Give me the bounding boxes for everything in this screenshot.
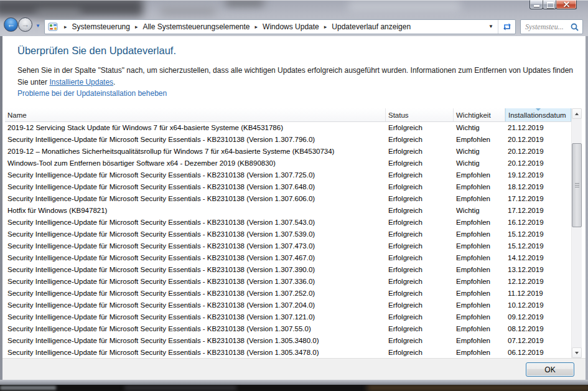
- table-row[interactable]: Security Intelligence-Update für Microso…: [5, 181, 571, 193]
- table-row[interactable]: Hotfix für Windows (KB947821)Erfolgreich…: [5, 205, 571, 217]
- scroll-down-icon: [575, 352, 579, 354]
- table-row[interactable]: Security Intelligence-Update für Microso…: [5, 311, 571, 323]
- cell-wichtigkeit: Wichtig: [454, 205, 505, 217]
- installed-updates-link[interactable]: Installierte Updates: [49, 78, 113, 87]
- close-button[interactable]: [556, 0, 577, 9]
- troubleshoot-link[interactable]: Probleme bei der Updateinstallation behe…: [17, 89, 167, 98]
- table-row[interactable]: Security Intelligence-Update für Microso…: [5, 228, 571, 240]
- scrollbar-thumb[interactable]: [572, 143, 582, 227]
- cell-status: Erfolgreich: [386, 193, 454, 205]
- cell-name: Security Intelligence-Update für Microso…: [5, 228, 386, 240]
- table-row[interactable]: Security Intelligence-Update für Microso…: [5, 240, 571, 252]
- table-row[interactable]: Security Intelligence-Update für Microso…: [5, 335, 571, 347]
- recent-pages-dropdown-icon[interactable]: ▼: [35, 23, 40, 29]
- window-titlebar: ← → ▼ ▸Systemsteuerung▸Alle Systemsteuer…: [0, 0, 588, 36]
- column-header-name[interactable]: Name: [5, 108, 386, 121]
- cell-wichtigkeit: Empfohlen: [454, 335, 505, 347]
- dialog-footer: OK: [2, 358, 586, 380]
- cell-name: Security Intelligence-Update für Microso…: [5, 276, 386, 288]
- column-header-wichtigkeit[interactable]: Wichtigkeit: [454, 108, 505, 121]
- vertical-scrollbar[interactable]: [571, 108, 582, 358]
- table-row[interactable]: Security Intelligence-Update für Microso…: [5, 264, 571, 276]
- cell-status: Erfolgreich: [386, 205, 454, 217]
- cell-wichtigkeit: Empfohlen: [454, 217, 505, 228]
- table-row[interactable]: 2019-12 Servicing Stack Update für Windo…: [5, 122, 571, 134]
- cell-installationsdatum: 08.12.2019: [505, 323, 571, 335]
- cell-wichtigkeit: Wichtig: [454, 146, 505, 158]
- window-border-right: [586, 36, 588, 380]
- table-row[interactable]: 2019-12 – Monatliches Sicherheitsqualitä…: [5, 146, 571, 158]
- table-row[interactable]: Security Intelligence-Update für Microso…: [5, 323, 571, 335]
- intro-text-after: .: [113, 78, 115, 87]
- cell-name: 2019-12 – Monatliches Sicherheitsqualitä…: [5, 146, 386, 158]
- cell-installationsdatum: 15.12.2019: [505, 228, 571, 240]
- cell-installationsdatum: 16.12.2019: [505, 217, 571, 228]
- table-row[interactable]: Security Intelligence-Update für Microso…: [5, 276, 571, 288]
- breadcrumb-separator-icon: ▸: [59, 24, 72, 30]
- ok-button[interactable]: OK: [526, 362, 574, 377]
- table-row[interactable]: Security Intelligence-Update für Microso…: [5, 288, 571, 299]
- refresh-button[interactable]: [498, 20, 515, 34]
- cell-status: Erfolgreich: [386, 146, 454, 158]
- cell-status: Erfolgreich: [386, 122, 454, 134]
- breadcrumb-item[interactable]: Alle Systemsteuerungselemente: [142, 22, 250, 31]
- sort-desc-icon: [536, 108, 541, 111]
- cell-name: Security Intelligence-Update für Microso…: [5, 193, 386, 205]
- address-dropdown-icon[interactable]: ▼: [484, 20, 498, 34]
- content-panel: Überprüfen Sie den Updateverlauf. Sehen …: [2, 36, 586, 380]
- cell-status: Erfolgreich: [386, 311, 454, 323]
- search-input[interactable]: [521, 22, 569, 32]
- cell-wichtigkeit: Wichtig: [454, 158, 505, 169]
- cell-status: Erfolgreich: [386, 323, 454, 335]
- cell-installationsdatum: 17.12.2019: [505, 205, 571, 217]
- cell-name: Security Intelligence-Update für Microso…: [5, 264, 386, 276]
- intro-text: Sehen Sie in der Spalte "Status" nach, u…: [17, 65, 582, 88]
- table-row[interactable]: Security Intelligence-Update für Microso…: [5, 169, 571, 181]
- table-row[interactable]: Security Intelligence-Update für Microso…: [5, 299, 571, 311]
- cell-status: Erfolgreich: [386, 217, 454, 228]
- cell-installationsdatum: 06.12.2019: [505, 347, 571, 358]
- maximize-icon: [547, 2, 554, 8]
- table-row[interactable]: Security Intelligence-Update für Microso…: [5, 193, 571, 205]
- breadcrumb-item[interactable]: Windows Update: [263, 22, 319, 31]
- address-bar[interactable]: ▸Systemsteuerung▸Alle Systemsteuerungsel…: [44, 19, 516, 34]
- cell-name: Security Intelligence-Update für Microso…: [5, 217, 386, 228]
- cell-status: Erfolgreich: [386, 276, 454, 288]
- maximize-button[interactable]: [543, 0, 556, 9]
- cell-name: Security Intelligence-Update für Microso…: [5, 252, 386, 264]
- cell-status: Erfolgreich: [386, 335, 454, 347]
- navigation-bar: ← → ▼ ▸Systemsteuerung▸Alle Systemsteuer…: [0, 19, 588, 35]
- column-header-installationsdatum[interactable]: Installationsdatum: [505, 108, 571, 121]
- scroll-down-button[interactable]: [572, 347, 582, 358]
- cell-name: Security Intelligence-Update für Microso…: [5, 347, 386, 358]
- cell-installationsdatum: 09.12.2019: [505, 311, 571, 323]
- update-history-list: Name Status Wichtigkeit Installationsdat…: [5, 108, 582, 358]
- search-icon[interactable]: [571, 23, 579, 31]
- window-border-bottom: [0, 380, 588, 385]
- cell-name: Security Intelligence-Update für Microso…: [5, 240, 386, 252]
- table-row[interactable]: Security Intelligence-Update für Microso…: [5, 134, 571, 146]
- cell-wichtigkeit: Empfohlen: [454, 347, 505, 358]
- minimize-button[interactable]: [530, 0, 543, 9]
- cell-installationsdatum: 07.12.2019: [505, 335, 571, 347]
- cell-name: Security Intelligence-Update für Microso…: [5, 335, 386, 347]
- page-title: Überprüfen Sie den Updateverlauf.: [17, 45, 176, 57]
- table-row[interactable]: Security Intelligence-Update für Microso…: [5, 252, 571, 264]
- search-box: [520, 19, 583, 34]
- column-header-status[interactable]: Status: [386, 108, 454, 121]
- cell-installationsdatum: 15.12.2019: [505, 240, 571, 252]
- table-row[interactable]: Security Intelligence-Update für Microso…: [5, 217, 571, 228]
- forward-button[interactable]: →: [18, 17, 32, 32]
- column-header-label: Installationsdatum: [508, 111, 566, 119]
- breadcrumb-item[interactable]: Systemsteuerung: [72, 22, 130, 31]
- breadcrumb: ▸Systemsteuerung▸Alle Systemsteuerungsel…: [59, 22, 484, 31]
- breadcrumb-item[interactable]: Updateverlauf anzeigen: [332, 22, 411, 31]
- cell-status: Erfolgreich: [386, 264, 454, 276]
- table-row[interactable]: Security Intelligence-Update für Microso…: [5, 347, 571, 358]
- scroll-up-button[interactable]: [572, 108, 582, 119]
- cell-status: Erfolgreich: [386, 181, 454, 193]
- back-button[interactable]: ←: [4, 17, 18, 32]
- table-row[interactable]: Windows-Tool zum Entfernen bösartiger So…: [5, 158, 571, 169]
- cell-installationsdatum: 12.12.2019: [505, 276, 571, 288]
- cell-wichtigkeit: Empfohlen: [454, 288, 505, 299]
